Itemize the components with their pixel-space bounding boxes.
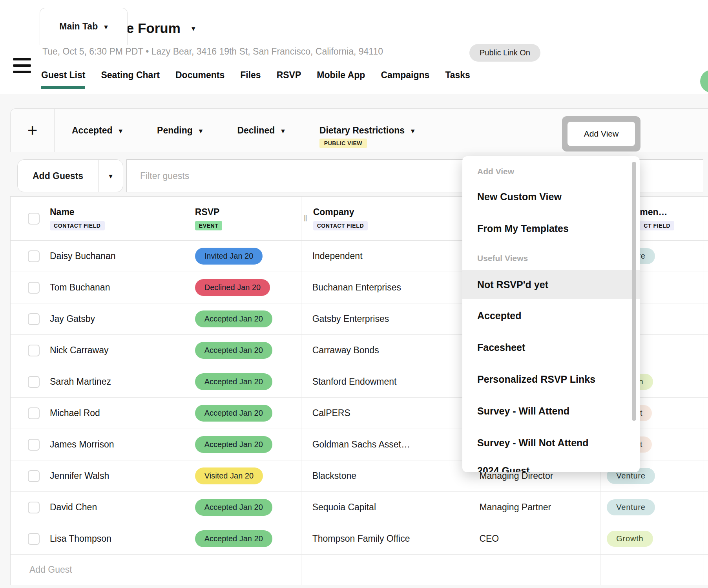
row-checkbox[interactable] — [28, 439, 40, 451]
rsvp-cell: Accepted Jan 20 — [183, 398, 301, 429]
public-link-status-pill[interactable]: Public Link On — [469, 44, 540, 62]
table-row: David Chen Accepted Jan 20 Sequoia Capit… — [11, 492, 708, 523]
name-cell: Tom Buchanan — [11, 272, 183, 303]
add-guests-button[interactable]: Add Guests — [18, 160, 98, 192]
menu-bar — [13, 64, 31, 67]
chevron-down-icon — [411, 125, 415, 136]
menu-item-not-rsvpd-yet[interactable]: Not RSVP'd yet — [462, 270, 640, 299]
row-checkbox[interactable] — [28, 470, 40, 482]
empty-cell — [183, 555, 301, 585]
add-tab-button[interactable] — [11, 109, 55, 152]
column-header-name[interactable]: Name CONTACT FIELD — [11, 197, 183, 240]
tab-guest-list[interactable]: Guest List — [41, 70, 85, 89]
name-cell: David Chen — [11, 492, 183, 523]
guest-title: Managing Partner — [479, 502, 551, 513]
select-all-checkbox[interactable] — [28, 213, 40, 225]
title-chevron-down-icon[interactable] — [192, 24, 195, 33]
name-cell: Daisy Buchanan — [11, 241, 183, 272]
dropdown-scrollbar[interactable] — [632, 162, 636, 421]
tab-tasks[interactable]: Tasks — [445, 70, 470, 89]
row-checkbox[interactable] — [28, 533, 40, 545]
add-view-dropdown-menu: Add View New Custom View From My Templat… — [462, 156, 640, 472]
rsvp-cell: Visited Jan 20 — [183, 460, 301, 491]
menu-bar — [13, 58, 31, 60]
main-nav: Guest List Seating Chart Documents Files… — [41, 70, 470, 89]
rsvp-cell: Accepted Jan 20 — [183, 492, 301, 523]
rsvp-status-pill: Visited Jan 20 — [195, 467, 263, 484]
menu-item-2024-guest-clipped[interactable]: 2024 Guest — [462, 465, 640, 472]
name-cell: Jennifer Walsh — [11, 460, 183, 491]
row-checkbox[interactable] — [28, 502, 40, 513]
view-tab-dietary-restrictions[interactable]: Dietary Restrictions PUBLIC VIEW — [302, 109, 432, 152]
event-datetime-location: Tue, Oct 5, 6:30 PM PDT • Lazy Bear, 341… — [42, 46, 383, 57]
company-cell: Thompson Family Office — [301, 523, 462, 554]
name-cell: James Morrison — [11, 429, 183, 460]
row-checkbox[interactable] — [28, 407, 40, 419]
rsvp-cell: Accepted Jan 20 — [183, 429, 301, 460]
rsvp-cell: Accepted Jan 20 — [183, 335, 301, 366]
company-cell: Carraway Bonds — [301, 335, 462, 366]
name-cell: Lisa Thompson — [11, 523, 183, 554]
menu-section-add-view: Add View — [477, 167, 514, 176]
view-tab-declined[interactable]: Declined — [220, 109, 302, 152]
row-checkbox[interactable] — [28, 282, 40, 294]
menu-item-from-my-templates[interactable]: From My Templates — [462, 223, 640, 234]
menu-item-facesheet[interactable]: Facesheet — [462, 342, 640, 353]
tab-mobile-app[interactable]: Mobile App — [317, 70, 365, 89]
row-checkbox[interactable] — [28, 376, 40, 388]
add-guest-row[interactable]: Add Guest — [11, 555, 708, 585]
tab-rsvp[interactable]: RSVP — [277, 70, 301, 89]
guest-company: Buchanan Enterprises — [312, 282, 401, 293]
tab-campaigns[interactable]: Campaigns — [381, 70, 429, 89]
row-checkbox[interactable] — [28, 313, 40, 325]
guest-company: Independent — [312, 251, 363, 261]
menu-item-survey-will-attend[interactable]: Survey - Will Attend — [462, 405, 640, 417]
title-cell: Managing Partner — [461, 492, 600, 523]
row-checkbox[interactable] — [28, 345, 40, 356]
tab-documents[interactable]: Documents — [175, 70, 224, 89]
column-drag-handle-icon[interactable] — [304, 214, 307, 224]
menu-icon[interactable] — [13, 58, 31, 73]
table-row: Lisa Thompson Accepted Jan 20 Thompson F… — [11, 523, 708, 555]
guest-name: Lisa Thompson — [50, 533, 111, 544]
add-view-button[interactable]: Add View — [567, 122, 635, 146]
rsvp-cell: Accepted Jan 20 — [183, 523, 301, 554]
add-guest-cell[interactable]: Add Guest — [11, 555, 183, 585]
name-cell: Jay Gatsby — [11, 303, 183, 334]
menu-item-new-custom-view[interactable]: New Custom View — [462, 191, 640, 203]
next-cell — [704, 303, 708, 334]
next-cell — [704, 335, 708, 366]
view-tab-main-tab-active[interactable]: Main Tab — [40, 8, 128, 45]
next-cell — [704, 241, 708, 272]
company-cell: Sequoia Capital — [301, 492, 462, 523]
public-view-badge: PUBLIC VIEW — [319, 139, 367, 148]
guest-name: Nick Carraway — [50, 345, 109, 356]
menu-bar — [13, 71, 31, 73]
view-tab-pending[interactable]: Pending — [140, 109, 220, 152]
event-field-badge: EVENT — [195, 221, 223, 230]
menu-section-useful-views: Useful Views — [477, 254, 528, 263]
guest-company: Thompson Family Office — [312, 533, 410, 544]
name-cell: Sarah Martinez — [11, 366, 183, 397]
guest-name: David Chen — [50, 502, 97, 513]
tab-seating-chart[interactable]: Seating Chart — [101, 70, 160, 89]
column-label-name: Name — [50, 207, 105, 217]
guest-company: Carraway Bonds — [312, 345, 379, 356]
add-guests-dropdown-toggle[interactable] — [99, 160, 123, 192]
chevron-down-icon — [199, 125, 203, 136]
title-cell: CEO — [461, 523, 600, 554]
rsvp-cell: Accepted Jan 20 — [183, 366, 301, 397]
column-header-company[interactable]: Company CONTACT FIELD — [301, 197, 462, 240]
column-header-rsvp[interactable]: RSVP EVENT — [183, 197, 301, 240]
menu-item-personalized-rsvp-links[interactable]: Personalized RSVP Links — [462, 374, 640, 385]
company-cell: Blackstone — [301, 460, 462, 491]
guest-name: Jay Gatsby — [50, 314, 95, 324]
view-tab-accepted[interactable]: Accepted — [55, 109, 140, 152]
menu-item-survey-will-not-attend[interactable]: Survey - Will Not Attend — [462, 437, 640, 449]
column-label-rsvp: RSVP — [195, 207, 223, 217]
row-checkbox[interactable] — [28, 250, 40, 262]
menu-item-accepted[interactable]: Accepted — [462, 310, 640, 321]
floating-action-button[interactable] — [700, 70, 708, 93]
rsvp-status-pill: Accepted Jan 20 — [195, 310, 272, 327]
tab-files[interactable]: Files — [240, 70, 261, 89]
